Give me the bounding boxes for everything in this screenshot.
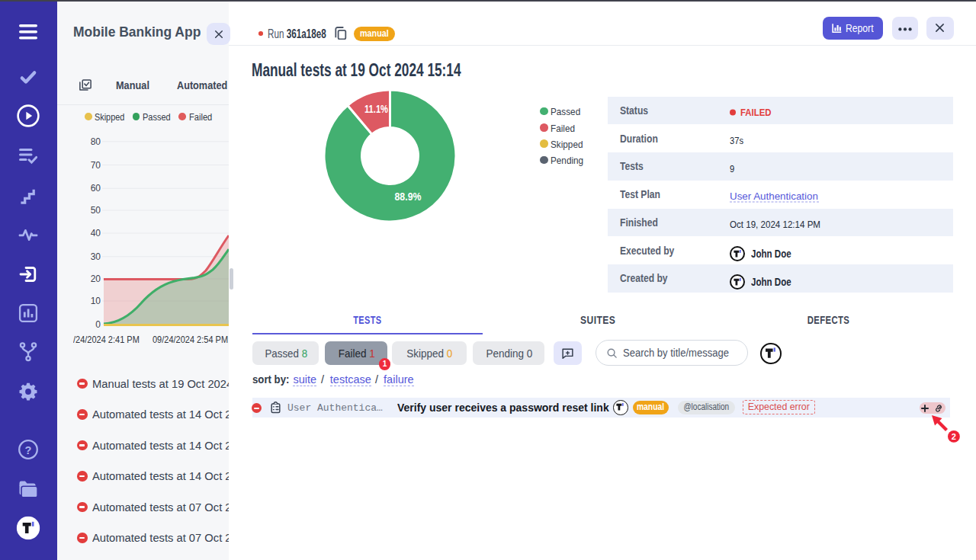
svg-text:0: 0 (95, 319, 101, 330)
svg-text:11.1%: 11.1% (364, 102, 388, 115)
svg-text:80: 80 (91, 136, 101, 147)
svg-text:60: 60 (91, 183, 101, 194)
svg-text:70: 70 (91, 160, 101, 171)
svg-text:50: 50 (91, 205, 101, 216)
svg-text:88.9%: 88.9% (395, 190, 422, 203)
svg-text:40: 40 (91, 228, 101, 238)
svg-text:20: 20 (91, 274, 101, 284)
svg-text:10: 10 (91, 296, 101, 306)
svg-text:30: 30 (91, 251, 101, 262)
svg-text:?: ? (25, 444, 32, 456)
svg-text:2: 2 (952, 432, 956, 441)
